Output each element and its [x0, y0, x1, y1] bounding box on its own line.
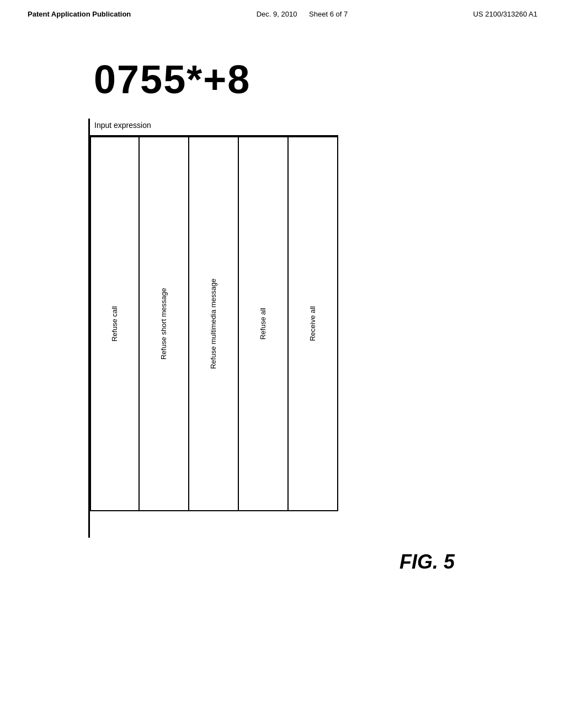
option-refuse-call: Refuse call: [90, 136, 140, 511]
option-refuse-short-message: Refuse short message: [140, 136, 189, 511]
header-patent-number: US 2100/313260 A1: [473, 10, 537, 18]
figure-label: FIG. 5: [399, 550, 455, 574]
header-date-sheet: Dec. 9, 2010 Sheet 6 of 7: [257, 10, 348, 18]
option-refuse-multimedia: Refuse multimedia message: [189, 136, 239, 511]
option-receive-all-label: Receive all: [308, 306, 318, 341]
header-sheet: Sheet 6 of 7: [309, 10, 348, 18]
input-label-area: Input expression: [90, 119, 338, 135]
option-receive-all: Receive all: [289, 136, 338, 511]
header-publication-label: Patent Application Publication: [28, 10, 131, 18]
options-wrapper: Input expression Refuse call Refuse shor…: [90, 119, 338, 511]
header-date: Dec. 9, 2010: [257, 10, 297, 18]
diagram-container: Input expression Refuse call Refuse shor…: [88, 119, 338, 538]
phone-number-display: 0755*+8: [88, 57, 250, 102]
option-refuse-multimedia-label: Refuse multimedia message: [209, 279, 218, 369]
options-row: Refuse call Refuse short message Refuse …: [90, 135, 338, 511]
main-content: 0755*+8 Input expression Refuse call Ref…: [0, 24, 565, 538]
option-refuse-all: Refuse all: [239, 136, 289, 511]
option-refuse-all-label: Refuse all: [258, 308, 268, 340]
option-refuse-call-label: Refuse call: [110, 306, 120, 341]
page-header: Patent Application Publication Dec. 9, 2…: [0, 0, 565, 24]
input-expression-label: Input expression: [94, 119, 338, 130]
option-refuse-short-message-label: Refuse short message: [159, 288, 169, 360]
